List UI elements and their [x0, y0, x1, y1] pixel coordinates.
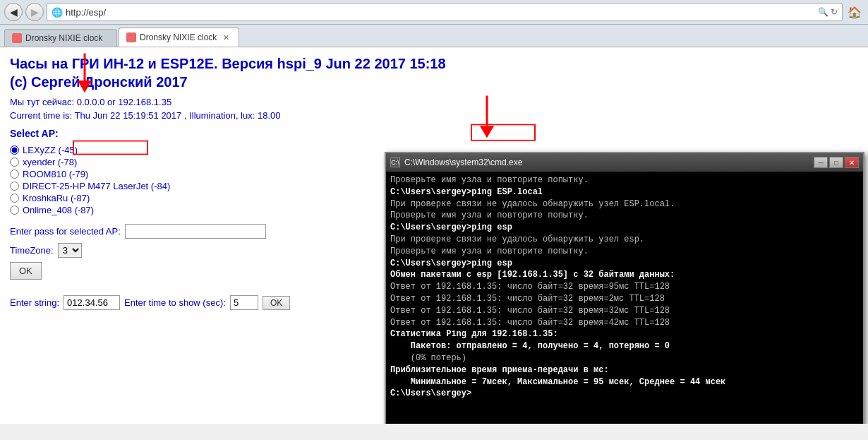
page-title-line1: Часы на ГРИ ИН-12 и ESP12E. Версия hspi_… — [10, 56, 446, 71]
cmd-icon: C:\ — [390, 157, 400, 167]
current-time-text: Current time is: Thu Jun 22 15:19:51 201… — [10, 110, 281, 121]
cmd-line: Проверьте имя узла и повторите попытку. — [390, 174, 859, 186]
page-title: Часы на ГРИ ИН-12 и ESP12E. Версия hspi_… — [10, 54, 858, 91]
cmd-line: Минимальное = 7мсек, Максимальное = 95 м… — [390, 376, 859, 388]
back-button[interactable]: ◀ — [4, 3, 23, 21]
ap-label-4: DIRECT-25-HP M477 LaserJet (-84) — [23, 181, 170, 191]
page-content: Часы на ГРИ ИН-12 и ESP12E. Версия hspi_… — [0, 47, 868, 424]
pass-input[interactable] — [125, 224, 266, 239]
select-ap-label: Select AP: — [10, 128, 858, 139]
ap-label-3: ROOM810 (-79) — [23, 169, 88, 179]
browser-chrome: ◀ ▶ 🌐 🔍 ↻ 🏠 Dronsky NIXIE clock Dronsky … — [0, 0, 868, 47]
cmd-line: При проверке связи не удалось обнаружить… — [390, 234, 859, 246]
cmd-window: C:\ C:\Windows\system32\cmd.exe ─ □ ✕ Пр… — [385, 152, 864, 424]
tab-favicon-1 — [12, 33, 22, 43]
search-icon: 🔍 ↻ — [818, 7, 838, 17]
ap-radio-3[interactable] — [10, 170, 19, 179]
cmd-line: (0% потерь) — [390, 352, 859, 364]
browser-toolbar: ◀ ▶ 🌐 🔍 ↻ 🏠 — [0, 0, 868, 25]
page-info-text: Мы тут сейчас: 0.0.0.0 or 192.168.1.35 — [10, 97, 171, 107]
cmd-line: Ответ от 192.168.1.35: число байт=32 вре… — [390, 281, 859, 293]
cmd-line: Проверьте имя узла и повторите попытку. — [390, 210, 859, 222]
address-bar-input[interactable] — [66, 7, 815, 18]
enter-time-label: Enter time to show (sec): — [124, 297, 226, 308]
enter-string-label: Enter string: — [10, 297, 59, 308]
enter-string-input[interactable] — [64, 295, 120, 310]
cmd-line: Ответ от 192.168.1.35: число байт=32 вре… — [390, 305, 859, 317]
ap-label-6: Onlime_408 (-87) — [23, 205, 94, 215]
ap-label-2: xyender (-78) — [23, 157, 77, 167]
cmd-title: C:\Windows\system32\cmd.exe — [404, 157, 809, 167]
ap-radio-6[interactable] — [10, 206, 19, 215]
ap-radio-2[interactable] — [10, 157, 19, 167]
cmd-line: C:\Users\sergey>ping esp — [390, 258, 859, 270]
cmd-line: При проверке связи не удалось обнаружить… — [390, 198, 859, 210]
forward-button[interactable]: ▶ — [25, 3, 44, 21]
cmd-body[interactable]: Проверьте имя узла и повторите попытку.C… — [386, 172, 863, 424]
cmd-line: Статистика Ping для 192.168.1.35: — [390, 328, 859, 340]
cmd-line: Пакетов: отправлено = 4, получено = 4, п… — [390, 340, 859, 352]
timezone-select[interactable]: 1234 5678 — [58, 243, 82, 258]
tab-label-2: Dronsky NIXIE clock — [140, 32, 217, 42]
page-title-line2: (с) Сергей Дронский 2017 — [10, 74, 188, 90]
page-favicon: 🌐 — [52, 7, 63, 18]
tab-favicon-2 — [126, 32, 136, 42]
ap-label-5: KroshkaRu (-87) — [23, 193, 90, 203]
cmd-close-button[interactable]: ✕ — [845, 157, 859, 168]
cmd-line: Обмен пакетами с esp [192.168.1.35] с 32… — [390, 269, 859, 281]
current-time: Current time is: Thu Jun 22 15:19:51 201… — [10, 110, 858, 121]
cmd-line: Ответ от 192.168.1.35: число байт=32 вре… — [390, 317, 859, 329]
cmd-maximize-button[interactable]: □ — [829, 157, 843, 168]
cmd-line: Проверьте имя узла и повторите попытку. — [390, 246, 859, 258]
tab-2[interactable]: Dronsky NIXIE clock ✕ — [119, 28, 239, 47]
cmd-controls: ─ □ ✕ — [814, 157, 859, 168]
browser-tabs: Dronsky NIXIE clock Dronsky NIXIE clock … — [0, 25, 868, 47]
cmd-line: C:\Users\sergey> — [390, 388, 859, 400]
ap-radio-4[interactable] — [10, 182, 19, 191]
enter-time-input[interactable] — [230, 295, 258, 310]
page-info: Мы тут сейчас: 0.0.0.0 or 192.168.1.35 — [10, 97, 858, 107]
cmd-titlebar: C:\ C:\Windows\system32\cmd.exe ─ □ ✕ — [386, 153, 863, 172]
tab-1[interactable]: Dronsky NIXIE clock — [4, 29, 117, 47]
ok-button[interactable]: OK — [10, 262, 42, 280]
cmd-line: C:\Users\sergey>ping esp — [390, 222, 859, 234]
address-bar-container: 🌐 🔍 ↻ — [47, 3, 843, 21]
ap-radio-5[interactable] — [10, 194, 19, 203]
pass-label: Enter pass for selected AP: — [10, 226, 121, 237]
cmd-line: C:\Users\sergey>ping ESP.local — [390, 186, 859, 198]
cmd-line: Приблизительное время приема-передачи в … — [390, 364, 859, 376]
cmd-line: Ответ от 192.168.1.35: число байт=32 вре… — [390, 293, 859, 305]
timezone-label: TimeZone: — [10, 245, 54, 256]
cmd-minimize-button[interactable]: ─ — [814, 157, 828, 168]
ok2-button[interactable]: OK — [263, 296, 290, 310]
ap-radio-1[interactable] — [10, 145, 19, 155]
tab-label-1: Dronsky NIXIE clock — [25, 33, 102, 43]
ap-label-1: LEXyZZ (-45) — [23, 145, 78, 155]
tab-close-button[interactable]: ✕ — [220, 32, 231, 43]
home-button[interactable]: 🏠 — [845, 3, 864, 21]
